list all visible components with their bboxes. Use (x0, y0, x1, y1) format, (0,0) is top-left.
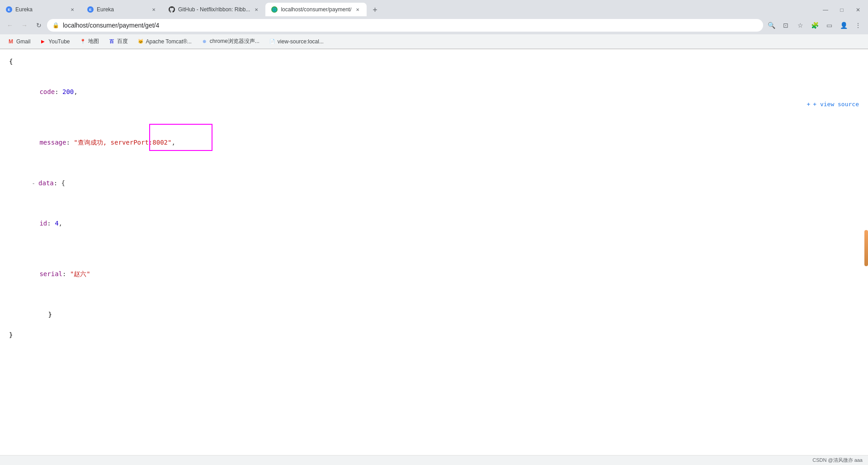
tab-title-localhost: localhost/consumer/payment/ (281, 6, 351, 13)
bookmarks-bar: M Gmail ▶ YouTube 📍 地图 百 百度 🐱 (0, 34, 868, 49)
new-tab-button[interactable]: + (368, 4, 381, 16)
scrollbar[interactable] (864, 230, 868, 266)
tab-eureka-1[interactable]: E Eureka ✕ (0, 3, 81, 16)
view-source-button[interactable]: + + view source (801, 98, 864, 111)
menu-button[interactable]: ⋮ (852, 19, 864, 32)
window-controls: — □ ✕ (819, 4, 868, 16)
bookmark-gmail-label: Gmail (16, 38, 30, 45)
json-code-line: code: 200, (9, 66, 859, 117)
back-button[interactable]: ← (4, 19, 16, 32)
tab-close-eureka-2[interactable]: ✕ (150, 6, 157, 13)
tab-title-eureka-2: Eureka (97, 6, 147, 13)
address-bar[interactable]: 🔒 localhost/consumer/payment/get/4 (47, 19, 763, 32)
bookmark-youtube-label: YouTube (48, 38, 70, 45)
reload-button[interactable]: ↻ (33, 19, 45, 32)
tab-localhost[interactable]: 🌐 localhost/consumer/payment/ ✕ (265, 3, 367, 16)
tomcat-favicon: 🐱 (137, 38, 144, 45)
page-content: + + view source { code: 200, message: "查… (0, 49, 868, 465)
bookmark-ditu-label: 地图 (88, 38, 99, 45)
json-close-brace: } (9, 330, 859, 340)
status-bar: CSDN @清风微亦 aaa (0, 455, 868, 465)
json-serial-line: serial: "赵六" (9, 249, 859, 299)
tab-close-localhost[interactable]: ✕ (354, 6, 361, 13)
json-data-line: - data: { (9, 168, 859, 198)
json-open-brace: { (9, 56, 859, 66)
profile-button[interactable]: 👤 (837, 19, 850, 32)
ditu-favicon: 📍 (79, 38, 86, 45)
minimize-button[interactable]: — (819, 4, 832, 16)
forward-button[interactable]: → (18, 19, 31, 32)
bookmark-tomcat-label: Apache Tomcat®... (146, 38, 192, 45)
status-text: CSDN @清风微亦 aaa (812, 457, 863, 464)
split-view-button[interactable]: ▭ (823, 19, 835, 32)
maximize-button[interactable]: □ (835, 4, 848, 16)
tab-favicon-eureka-2: E (87, 6, 94, 13)
bookmark-baidu-label: 百度 (117, 38, 128, 45)
bookmark-ditu[interactable]: 📍 地图 (75, 37, 103, 46)
view-source-label: + view source (813, 100, 859, 109)
tab-close-github[interactable]: ✕ (253, 6, 260, 13)
search-button[interactable]: 🔍 (765, 19, 778, 32)
tab-close-eureka-1[interactable]: ✕ (69, 6, 76, 13)
tab-bar: E Eureka ✕ E Eureka ✕ GitHub - Netflix/r… (0, 0, 868, 16)
bookmark-tomcat[interactable]: 🐱 Apache Tomcat®... (133, 37, 195, 46)
view-source-plus-icon: + (807, 100, 810, 109)
json-content: { code: 200, message: "查询成功, serverPort:… (9, 56, 859, 340)
baidu-favicon: 百 (108, 38, 115, 45)
url-text: localhost/consumer/payment/get/4 (63, 22, 758, 29)
bookmark-chrome-label: chrome浏览器没声... (210, 38, 259, 45)
extensions-button[interactable]: 🧩 (808, 19, 821, 32)
tab-favicon-localhost: 🌐 (271, 6, 278, 13)
browser-chrome: E Eureka ✕ E Eureka ✕ GitHub - Netflix/r… (0, 0, 868, 49)
bookmark-star-button[interactable]: ☆ (794, 19, 807, 32)
bookmark-chrome[interactable]: ⊕ chrome浏览器没声... (197, 37, 263, 46)
tab-github[interactable]: GitHub - Netflix/ribbon: Ribb... ✕ (163, 3, 265, 16)
tab-favicon-eureka-1: E (5, 6, 13, 13)
youtube-favicon: ▶ (39, 38, 47, 45)
chrome-favicon: ⊕ (201, 38, 208, 45)
cast-button[interactable]: ⊡ (779, 19, 792, 32)
tab-favicon-github (168, 6, 175, 13)
close-button[interactable]: ✕ (852, 4, 864, 16)
tab-title-github: GitHub - Netflix/ribbon: Ribb... (178, 6, 250, 13)
bookmark-baidu[interactable]: 百 百度 (104, 37, 132, 46)
tab-eureka-2[interactable]: E Eureka ✕ (81, 3, 163, 16)
viewsource-favicon: 📄 (269, 38, 276, 45)
bookmark-viewsource-label: view-source:local... (278, 38, 324, 45)
bookmark-gmail[interactable]: M Gmail (4, 37, 34, 46)
lock-icon: 🔒 (52, 22, 59, 28)
bookmark-viewsource[interactable]: 📄 view-source:local... (265, 37, 327, 46)
gmail-favicon: M (7, 38, 14, 45)
bookmark-youtube[interactable]: ▶ YouTube (36, 37, 73, 46)
json-data-close-brace: } (9, 299, 859, 329)
json-message-line: message: "查询成功, serverPort:8002", (9, 117, 859, 168)
address-bar-row: ← → ↻ 🔒 localhost/consumer/payment/get/4… (0, 16, 868, 34)
json-id-line: id: 4, (9, 198, 859, 249)
tab-title-eureka-1: Eureka (15, 6, 66, 13)
